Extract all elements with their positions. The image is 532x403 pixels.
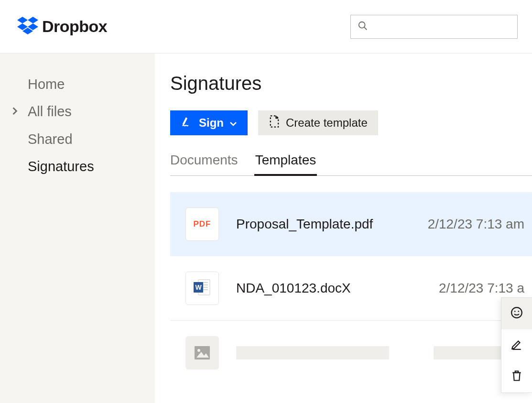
file-type-icon: PDF xyxy=(185,207,219,241)
create-template-button[interactable]: Create template xyxy=(258,110,378,135)
svg-marker-1 xyxy=(28,17,38,23)
create-template-label: Create template xyxy=(286,116,368,130)
sidebar-item-home[interactable]: Home xyxy=(0,71,155,98)
file-row[interactable]: W NDA_010123.docX 2/12/23 7:13 a xyxy=(170,256,532,321)
sidebar-nav: Home All files Shared Signatures xyxy=(0,54,155,403)
svg-line-6 xyxy=(364,27,367,30)
main-content: Signatures Sign xyxy=(155,54,532,403)
sidebar-item-all-files[interactable]: All files xyxy=(0,98,155,125)
file-date: 2/12/23 7:13 a xyxy=(439,281,532,296)
word-icon: W xyxy=(193,278,212,299)
app-header: Dropbox xyxy=(0,0,532,54)
sidebar-item-label: Shared xyxy=(28,131,73,147)
sign-button-label: Sign xyxy=(199,116,224,130)
row-actions-panel xyxy=(501,297,532,393)
svg-point-18 xyxy=(514,311,516,312)
svg-point-5 xyxy=(359,22,365,28)
file-row-loading xyxy=(170,321,532,385)
brand-logo[interactable]: Dropbox xyxy=(17,17,107,37)
action-toolbar: Sign Create template xyxy=(170,110,532,135)
sidebar-item-label: Home xyxy=(28,76,65,92)
svg-marker-0 xyxy=(17,17,28,23)
edit-icon xyxy=(510,338,523,352)
brand-name: Dropbox xyxy=(42,17,107,36)
search-field[interactable] xyxy=(373,21,510,32)
page-title: Signatures xyxy=(170,73,532,94)
file-type-icon: W xyxy=(185,272,219,305)
sidebar-item-label: All files xyxy=(28,104,72,119)
search-icon xyxy=(358,21,368,33)
file-date: 2/12/23 7:13 am xyxy=(428,217,532,232)
delete-button[interactable] xyxy=(501,361,532,392)
sign-icon xyxy=(181,115,193,131)
file-name: NDA_010123.docX xyxy=(236,281,422,296)
reaction-button[interactable] xyxy=(501,298,532,329)
skeleton-name xyxy=(236,346,389,359)
file-row[interactable]: PDF Proposal_Template.pdf 2/12/23 7:13 a… xyxy=(170,192,532,256)
svg-text:W: W xyxy=(195,283,202,291)
delete-icon xyxy=(510,370,523,384)
tab-label: Templates xyxy=(255,152,316,167)
tab-documents[interactable]: Documents xyxy=(170,152,238,175)
tab-label: Documents xyxy=(170,152,238,167)
pdf-icon: PDF xyxy=(194,219,211,229)
smiley-icon xyxy=(510,306,523,321)
svg-point-17 xyxy=(511,307,522,318)
chevron-right-icon xyxy=(11,106,18,118)
sign-button[interactable]: Sign xyxy=(170,110,248,135)
template-icon xyxy=(269,115,280,131)
file-name: Proposal_Template.pdf xyxy=(236,217,411,232)
sidebar-item-signatures[interactable]: Signatures xyxy=(0,153,155,180)
svg-point-15 xyxy=(197,349,200,352)
file-list: PDF Proposal_Template.pdf 2/12/23 7:13 a… xyxy=(170,192,532,385)
tab-bar: Documents Templates xyxy=(170,152,532,176)
sidebar-item-shared[interactable]: Shared xyxy=(0,126,155,153)
tab-templates[interactable]: Templates xyxy=(255,152,316,175)
search-input[interactable] xyxy=(350,15,518,39)
chevron-down-icon xyxy=(229,116,237,130)
image-placeholder-icon xyxy=(185,336,219,370)
edit-button[interactable] xyxy=(501,329,532,361)
sidebar-item-label: Signatures xyxy=(28,159,94,174)
svg-point-19 xyxy=(518,311,519,312)
dropbox-icon xyxy=(17,17,38,37)
